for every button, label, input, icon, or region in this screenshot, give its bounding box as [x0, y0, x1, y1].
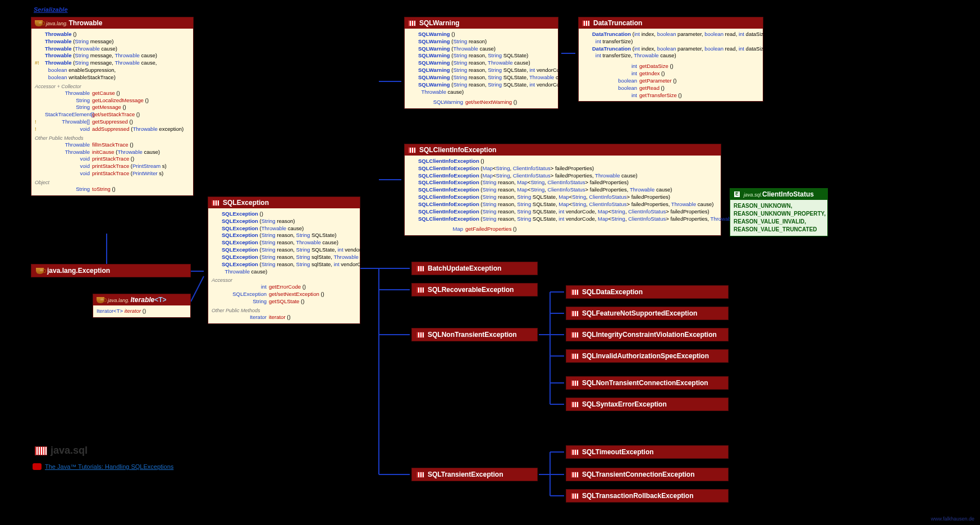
sqlexception-body: SQLException ()SQLException (String reas…: [208, 208, 360, 323]
enum-icon: [734, 191, 740, 198]
sql-icon: [571, 311, 579, 317]
cup-icon: [36, 268, 44, 274]
invalidauth-label: SQLInvalidAuthorizationSpecException: [582, 352, 709, 360]
throwable-header: java.lang.Throwable: [31, 17, 193, 29]
iterable-title: Iterable: [131, 296, 155, 304]
sql-icon: [416, 266, 424, 272]
sql-icon: [571, 289, 579, 295]
clientinfostatus-pkg: java.sql.: [744, 192, 762, 198]
footer-package: java.sql: [35, 445, 88, 456]
cup-icon: [35, 20, 43, 26]
invalidauth-bar: SQLInvalidAuthorizationSpecException: [566, 349, 729, 363]
batchupdate-bar: BatchUpdateException: [411, 262, 538, 275]
iterable-pkg: java.lang.: [108, 298, 130, 303]
sqlexception-box: SQLException SQLException ()SQLException…: [208, 197, 360, 324]
sql-icon: [416, 287, 424, 293]
transient-bar: SQLTransientException: [411, 468, 538, 481]
batchupdate-label: BatchUpdateException: [428, 264, 501, 272]
iterable-nm: iterator: [125, 308, 141, 314]
serializable-label: Serializable: [34, 6, 68, 13]
clientinfostatus-title: ClientInfoStatus: [762, 190, 814, 198]
nontransient-label: SQLNonTransientException: [428, 331, 517, 339]
exception-box: java.lang.Exception: [31, 264, 191, 277]
footer-pkg-label: java.sql: [51, 445, 88, 456]
feature-label: SQLFeatureNotSupportedException: [582, 309, 697, 317]
syntax-label: SQLSyntaxErrorException: [582, 400, 667, 408]
syntax-bar: SQLSyntaxErrorException: [566, 398, 729, 411]
sql-icon: [571, 493, 579, 499]
clientinfo-body: SQLClientInfoException ()SQLClientInfoEx…: [405, 156, 721, 235]
sqlwarning-box: SQLWarning SQLWarning ()SQLWarning (Stri…: [404, 17, 558, 109]
clientinfostatus-body: REASON_UNKNOWN,REASON_UNKNOWN_PROPERTY,R…: [730, 200, 827, 236]
sqlwarning-title: SQLWarning: [419, 19, 460, 27]
exception-title: Exception: [78, 267, 110, 275]
footer-link-label: The Java™ Tutorials: Handling SQLExcepti…: [45, 463, 173, 470]
sql-icon: [571, 380, 579, 386]
iterable-rt: Iterator<T>: [97, 308, 123, 314]
nontransient-bar: SQLNonTransientException: [411, 328, 538, 341]
datatruncation-title: DataTruncation: [593, 19, 642, 27]
iterable-tparam: <T>: [154, 296, 166, 304]
sql-icon: [416, 472, 424, 478]
sql-icon: [571, 353, 579, 359]
transconn-bar: SQLTransientConnectionException: [566, 468, 729, 481]
integrity-bar: SQLIntegrityConstraintViolationException: [566, 328, 729, 341]
sql-icon: [571, 401, 579, 408]
sql-icon: [571, 332, 579, 338]
nontransconn-label: SQLNonTransientConnectionException: [582, 379, 708, 387]
timeout-label: SQLTimeoutException: [582, 448, 654, 456]
rollback-bar: SQLTransactionRollbackException: [566, 489, 729, 503]
iterable-sig: (): [141, 308, 146, 314]
iterable-box: java.lang.Iterable<T> Iterator<T> iterat…: [93, 294, 191, 318]
sql-icon: [35, 446, 47, 455]
footer-link[interactable]: The Java™ Tutorials: Handling SQLExcepti…: [33, 463, 173, 470]
throwable-body: Throwable ()Throwable (String message)Th…: [31, 29, 193, 195]
throwable-title: Throwable: [69, 19, 103, 27]
datatruncation-body: DataTruncation (int index, boolean param…: [579, 29, 763, 101]
oracle-icon: [33, 463, 42, 470]
transient-label: SQLTransientException: [428, 471, 503, 478]
exception-pkg: java.lang.: [47, 267, 78, 275]
clientinfo-box: SQLClientInfoException SQLClientInfoExce…: [404, 144, 721, 236]
cup-icon: [97, 297, 104, 303]
clientinfostatus-box: java.sql.ClientInfoStatus REASON_UNKNOWN…: [730, 188, 828, 236]
nontransconn-bar: SQLNonTransientConnectionException: [566, 376, 729, 390]
clientinfo-title: SQLClientInfoException: [419, 146, 496, 154]
sqldata-label: SQLDataException: [582, 288, 643, 296]
sql-icon: [582, 20, 590, 26]
throwable-box: java.lang.Throwable Throwable ()Throwabl…: [31, 17, 194, 196]
sql-icon: [571, 472, 579, 478]
recoverable-label: SQLRecoverableException: [428, 286, 514, 294]
sqlwarning-body: SQLWarning ()SQLWarning (String reason)S…: [405, 29, 558, 108]
sql-icon: [416, 332, 424, 338]
integrity-label: SQLIntegrityConstraintViolationException: [582, 331, 717, 339]
watermark: www.falkhausen.de: [931, 516, 974, 522]
datatruncation-box: DataTruncation DataTruncation (int index…: [578, 17, 763, 102]
sql-icon: [212, 200, 219, 206]
svg-line-2: [191, 276, 204, 302]
sql-icon: [408, 20, 416, 26]
feature-bar: SQLFeatureNotSupportedException: [566, 307, 729, 320]
recoverable-bar: SQLRecoverableException: [411, 283, 538, 296]
sqlexception-title: SQLException: [223, 199, 269, 207]
transconn-label: SQLTransientConnectionException: [582, 471, 694, 478]
rollback-label: SQLTransactionRollbackException: [582, 492, 694, 500]
sqldata-bar: SQLDataException: [566, 285, 729, 299]
timeout-bar: SQLTimeoutException: [566, 445, 729, 459]
sql-icon: [408, 147, 416, 153]
throwable-pkg: java.lang.: [46, 21, 68, 26]
sql-icon: [571, 449, 579, 455]
